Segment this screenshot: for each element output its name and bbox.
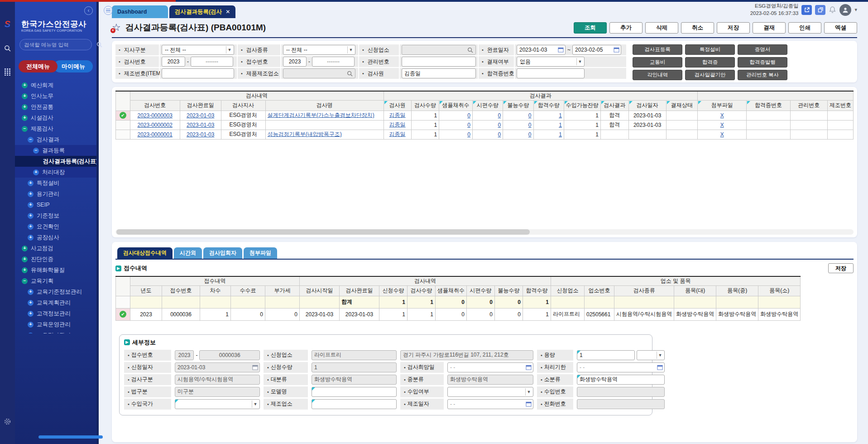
cell-link[interactable]: 2023-0000002 bbox=[137, 122, 172, 128]
detail-tab[interactable]: 검사대상접수내역 bbox=[117, 247, 173, 259]
menu-grid-icon[interactable] bbox=[5, 68, 10, 77]
cell-link[interactable]: 김종일 bbox=[389, 121, 406, 128]
sidebar-item[interactable]: +안전공통 bbox=[15, 101, 96, 112]
column-header[interactable]: 시편수량 bbox=[472, 100, 503, 111]
tab-my-menu[interactable]: 마이메뉴 bbox=[54, 60, 93, 72]
column-header[interactable]: 시편수량 bbox=[467, 285, 495, 296]
capacity-unit-select[interactable]: ▼ bbox=[637, 350, 665, 360]
mgmt-no-input[interactable] bbox=[402, 57, 476, 67]
sidebar-item[interactable]: +유해화학물질 bbox=[15, 265, 96, 275]
sidebar-item[interactable]: +SEIP bbox=[15, 199, 96, 210]
cell-link[interactable]: 0 bbox=[498, 131, 501, 138]
calendar-icon[interactable] bbox=[657, 364, 663, 370]
column-header[interactable]: 접수번호 bbox=[162, 285, 200, 296]
cat-small-input[interactable] bbox=[577, 375, 665, 385]
calendar-icon[interactable] bbox=[252, 364, 258, 370]
column-header[interactable]: 신청업소 bbox=[551, 285, 585, 296]
sidebar-item[interactable]: +용기관리 bbox=[15, 188, 96, 199]
import-yn-select[interactable]: ▼ bbox=[447, 387, 533, 397]
sidebar-scrollbar[interactable] bbox=[38, 435, 103, 439]
inspector-input[interactable] bbox=[402, 68, 476, 78]
cell-link[interactable]: 1 bbox=[559, 122, 562, 128]
sidebar-item[interactable]: +인사노무 bbox=[15, 91, 96, 101]
sidebar-item[interactable]: +시설검사 bbox=[15, 112, 96, 123]
cell-link[interactable]: 2023-0000003 bbox=[137, 112, 172, 119]
insp-no-year-input[interactable] bbox=[162, 57, 185, 67]
scrollbar-thumb[interactable] bbox=[116, 229, 530, 235]
action-button[interactable]: 증명서 bbox=[738, 44, 787, 55]
action-button[interactable]: 교통비 bbox=[633, 57, 682, 68]
tab-active-page[interactable]: 검사결과등록(검사✕ bbox=[169, 5, 235, 18]
detail-tab[interactable]: 시간외 bbox=[174, 247, 202, 259]
column-header[interactable]: 품목(중) bbox=[716, 285, 758, 296]
applicant-search-field[interactable] bbox=[402, 45, 476, 55]
sidebar-item[interactable]: −제품검사 bbox=[15, 123, 96, 134]
column-header[interactable]: 수입가능잔량 bbox=[564, 100, 600, 111]
sidebar-item[interactable]: −교육기획 bbox=[15, 275, 96, 286]
sidebar-item[interactable]: +요건확인 bbox=[15, 221, 96, 232]
detail-tab[interactable]: 검사입회자 bbox=[203, 247, 242, 259]
sidebar-item[interactable]: 검사결과등록(검사표) bbox=[15, 156, 96, 167]
search-icon[interactable] bbox=[4, 45, 11, 53]
row-select-cell[interactable] bbox=[116, 130, 130, 139]
column-header[interactable]: 품목(소) bbox=[758, 285, 801, 296]
cell-link[interactable]: 설계단계검사기록부(가스누출경보차단장치) bbox=[268, 112, 374, 118]
cell-link[interactable]: 0 bbox=[498, 122, 501, 128]
model-input[interactable] bbox=[312, 387, 397, 397]
cell-link[interactable]: 0 bbox=[528, 122, 532, 128]
cell-link[interactable]: 2023-01-03 bbox=[187, 122, 214, 128]
column-header[interactable]: 검사완료일 bbox=[340, 285, 379, 296]
cell-link[interactable]: X bbox=[720, 131, 724, 138]
column-header[interactable]: 차수 bbox=[200, 285, 231, 296]
search-icon[interactable] bbox=[347, 71, 353, 77]
popup-window-icon[interactable] bbox=[815, 5, 825, 15]
sidebar-item[interactable]: +교육계획관리 bbox=[15, 297, 96, 308]
import-country-select[interactable]: ▼ bbox=[175, 399, 260, 409]
sidebar-item[interactable]: −결과등록 bbox=[15, 145, 96, 156]
cell-link[interactable]: 0 bbox=[467, 131, 470, 138]
product-mfg-search-field[interactable] bbox=[283, 68, 355, 78]
branch-select[interactable]: -- 전체 --▼ bbox=[162, 45, 234, 55]
sidebar-item[interactable]: +공장심사 bbox=[15, 232, 96, 243]
calendar-icon[interactable] bbox=[614, 47, 619, 53]
calendar-icon[interactable] bbox=[558, 47, 564, 53]
sidebar-item[interactable]: +교육평가관리 bbox=[15, 330, 96, 333]
receipt-no-seq-input[interactable] bbox=[312, 57, 355, 67]
avatar[interactable] bbox=[839, 4, 851, 16]
column-header[interactable]: 검사결과 bbox=[600, 100, 628, 111]
search-button[interactable]: 조회 bbox=[574, 22, 607, 34]
column-header[interactable]: 첨부파일 bbox=[697, 100, 747, 111]
action-button[interactable]: 각인내역 bbox=[633, 70, 682, 80]
cell-link[interactable]: 0 bbox=[498, 112, 501, 119]
column-header[interactable]: 검사수량 bbox=[411, 100, 439, 111]
cell-link[interactable]: 김종일 bbox=[389, 112, 406, 118]
row-select-cell[interactable]: ✔ bbox=[116, 111, 130, 120]
sidebar-collapse-icon[interactable]: ‹ bbox=[84, 6, 93, 15]
hope-date-input[interactable] bbox=[447, 362, 533, 372]
save-button[interactable]: 저장 bbox=[717, 22, 750, 34]
cell-link[interactable]: 0 bbox=[467, 122, 470, 128]
action-button[interactable]: 검사표등록 bbox=[633, 44, 682, 55]
action-button[interactable]: 관리번호 복사 bbox=[738, 70, 787, 80]
column-header[interactable]: 부가세 bbox=[265, 285, 300, 296]
column-header[interactable]: 관리번호 bbox=[790, 100, 827, 111]
row-select-cell[interactable]: ✔ bbox=[116, 308, 130, 320]
action-button[interactable]: 검사일괄기안 bbox=[685, 70, 735, 80]
gear-icon[interactable] bbox=[4, 418, 11, 427]
capacity-input[interactable] bbox=[577, 350, 635, 360]
tab-dashboard[interactable]: Dashboard bbox=[112, 5, 168, 18]
cell-link[interactable]: 2023-0000001 bbox=[137, 131, 172, 138]
cell-link[interactable]: 2023-01-03 bbox=[187, 112, 214, 119]
column-header[interactable]: 검사명 bbox=[265, 100, 384, 111]
column-header[interactable]: 년도 bbox=[130, 285, 162, 296]
close-icon[interactable]: ✕ bbox=[225, 9, 230, 15]
print-button[interactable]: 인쇄 bbox=[788, 22, 821, 34]
column-header[interactable]: 업소번호 bbox=[585, 285, 614, 296]
notification-bell-icon[interactable] bbox=[829, 6, 836, 14]
chevron-down-icon[interactable]: ▾ bbox=[854, 7, 857, 13]
sidebar-item[interactable]: +교육기준정보관리 bbox=[15, 286, 96, 297]
column-header[interactable]: 샘플채취수 bbox=[436, 285, 467, 296]
cert-no-input[interactable] bbox=[517, 68, 585, 78]
favorite-star-icon[interactable]: ☆+ bbox=[112, 22, 121, 34]
detail-tab[interactable]: 첨부파일 bbox=[244, 247, 277, 259]
